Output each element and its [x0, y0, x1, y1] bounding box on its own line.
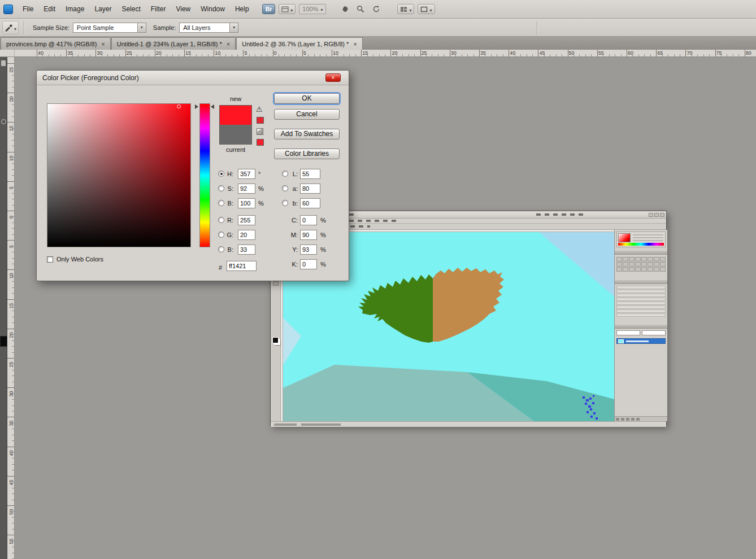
- menu-edit[interactable]: Edit: [38, 0, 60, 18]
- eyedropper-icon: [5, 23, 13, 32]
- red-input[interactable]: [238, 215, 255, 225]
- rotate-view-icon[interactable]: [370, 3, 383, 15]
- launch-bridge-button[interactable]: Br: [262, 4, 276, 14]
- photoshop-window: FileEditImageLayerSelectFilterViewWindow…: [0, 0, 756, 559]
- tab-untitled-2[interactable]: Untitled-2 @ 36.7% (Layer 1, RGB/8) * ×: [236, 37, 363, 50]
- gamut-warning-icon[interactable]: ⚠: [256, 106, 263, 113]
- cyan-input[interactable]: [300, 215, 317, 225]
- cancel-button[interactable]: Cancel: [274, 109, 340, 120]
- cyan-label: C:: [288, 215, 298, 225]
- eyedropper-tool-button[interactable]: [2, 21, 19, 34]
- web-color-warning-icon[interactable]: [257, 128, 263, 135]
- color-libraries-button[interactable]: Color Libraries: [274, 149, 340, 159]
- tab-provinces-bmp[interactable]: provinces.bmp @ 417% (RGB/8) ×: [1, 37, 111, 50]
- embedded-color-panel: [616, 232, 666, 247]
- new-color-label: new: [219, 95, 252, 102]
- dialog-titlebar[interactable]: Color Picker (Foreground Color) ×: [37, 71, 349, 85]
- arrange-documents-button[interactable]: [397, 4, 414, 14]
- lightness-input[interactable]: [300, 169, 320, 179]
- menu-view[interactable]: View: [171, 0, 195, 18]
- embedded-layers-header: [615, 324, 667, 329]
- dialog-close-button[interactable]: ×: [325, 73, 341, 82]
- hue-slider[interactable]: [199, 103, 210, 247]
- yellow-label: Y:: [288, 244, 298, 255]
- black-input[interactable]: [300, 259, 317, 269]
- blue-input[interactable]: [238, 244, 255, 255]
- hex-input[interactable]: [227, 261, 257, 271]
- blue-label: B:: [223, 244, 233, 255]
- menu-layer[interactable]: Layer: [89, 0, 116, 18]
- color-picker-dialog: Color Picker (Foreground Color) × new cu…: [36, 70, 349, 281]
- menu-file[interactable]: File: [18, 0, 38, 18]
- menu-image[interactable]: Image: [60, 0, 89, 18]
- menu-select[interactable]: Select: [116, 0, 145, 18]
- zoom-tool-icon[interactable]: [354, 3, 367, 15]
- brightness-input[interactable]: [238, 198, 255, 208]
- dropdown-arrow-icon: [14, 23, 16, 33]
- hue-label: H:: [223, 169, 233, 179]
- tab-close-icon[interactable]: ×: [227, 41, 230, 47]
- sample-combo[interactable]: All Layers: [179, 23, 238, 33]
- green-label: G:: [223, 230, 233, 240]
- magenta-label: M:: [288, 230, 298, 240]
- hue-slider-arrow-left-icon[interactable]: [195, 104, 198, 109]
- menu-window[interactable]: Window: [195, 0, 230, 18]
- sample-dropdown-icon[interactable]: [229, 23, 238, 32]
- embedded-color-ramp: [618, 243, 664, 246]
- saturation-input[interactable]: [238, 184, 255, 194]
- tab-untitled-1[interactable]: Untitled-1 @ 234% (Layer 1, RGB/8) * ×: [111, 37, 236, 50]
- gamut-replacement-swatch[interactable]: [257, 117, 264, 124]
- brightness-unit: %: [258, 198, 264, 208]
- red-label: R:: [223, 215, 233, 225]
- photoshop-app-icon[interactable]: [3, 5, 13, 14]
- embedded-panel-footer: [615, 416, 667, 421]
- black-label: K:: [288, 259, 298, 269]
- separator: [24, 21, 24, 34]
- web-replacement-swatch[interactable]: [257, 139, 264, 146]
- add-to-swatches-button[interactable]: Add To Swatches: [274, 129, 340, 139]
- embedded-panel-header: [615, 250, 667, 255]
- only-web-colors-checkbox[interactable]: [47, 256, 53, 263]
- embedded-layer-controls: [616, 330, 666, 335]
- hue-input[interactable]: [238, 169, 255, 179]
- current-color-label: current: [219, 146, 252, 153]
- sea-pale-region: [281, 316, 301, 369]
- ruler-vertical[interactable]: 2520151050510152025303540455055: [7, 57, 15, 559]
- screen-mode-button[interactable]: [418, 4, 435, 14]
- saturation-label: S:: [223, 184, 233, 194]
- only-web-colors-label: Only Web Colors: [57, 256, 103, 263]
- foreground-color-swatch: [0, 336, 7, 347]
- current-color-swatch[interactable]: [220, 125, 251, 144]
- saturation-brightness-field[interactable]: [47, 103, 191, 247]
- b-input[interactable]: [300, 198, 320, 208]
- zoom-level-select[interactable]: 100%: [299, 4, 326, 14]
- menu-help[interactable]: Help: [230, 0, 254, 18]
- magenta-input[interactable]: [300, 230, 317, 240]
- color-field-marker[interactable]: [177, 104, 181, 108]
- saturation-unit: %: [258, 184, 264, 194]
- tools-panel-edge[interactable]: [0, 57, 7, 559]
- dropdown-arrow-icon: [290, 4, 293, 14]
- view-extras-button[interactable]: [279, 4, 296, 14]
- tab-close-icon[interactable]: ×: [101, 41, 105, 47]
- sample-size-combo[interactable]: Point Sample: [73, 23, 146, 33]
- embedded-panel-header: [615, 280, 667, 284]
- embedded-panels-column: [614, 230, 667, 421]
- yellow-input[interactable]: [300, 244, 317, 255]
- tab-title: Untitled-2 @ 36.7% (Layer 1, RGB/8) *: [242, 41, 349, 47]
- tab-close-icon[interactable]: ×: [353, 41, 357, 47]
- green-input[interactable]: [238, 230, 255, 240]
- hand-tool-icon[interactable]: [338, 3, 351, 15]
- land-green-region: [358, 274, 433, 343]
- menu-filter[interactable]: Filter: [146, 0, 171, 18]
- dropdown-arrow-icon: [409, 4, 411, 14]
- hue-slider-arrow-right-icon[interactable]: [211, 104, 214, 109]
- magenta-unit: %: [320, 230, 326, 240]
- ruler-corner[interactable]: [0, 50, 15, 57]
- ruler-horizontal[interactable]: 4035302520151050510152025303540455055606…: [15, 50, 756, 57]
- sample-size-dropdown-icon[interactable]: [137, 23, 146, 32]
- embedded-statusbar: [271, 421, 666, 427]
- a-input[interactable]: [300, 184, 320, 194]
- embedded-selected-layer-row: [616, 338, 666, 344]
- ok-button[interactable]: OK: [274, 93, 340, 104]
